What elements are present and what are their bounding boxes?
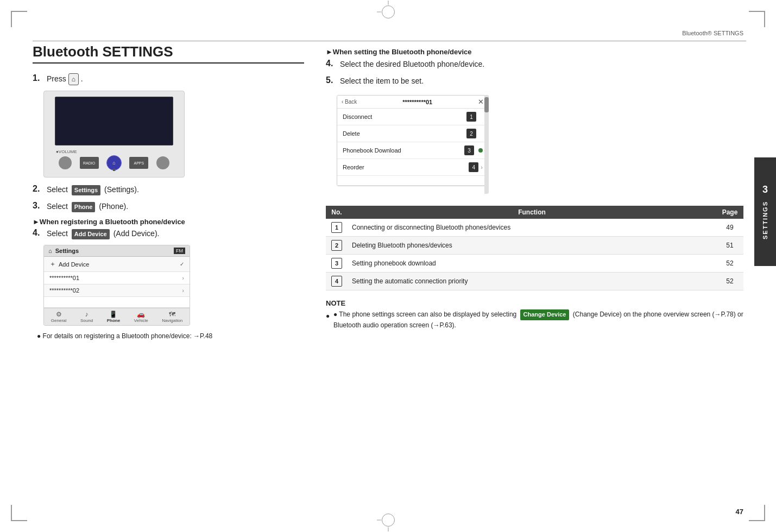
step-4-set-num: 4. (326, 59, 337, 68)
note-text: ● The phone settings screen can also be … (333, 309, 743, 331)
car-unit-screen (55, 97, 173, 145)
table-cell-num-1: 1 (326, 219, 348, 237)
step-4-set-text: Select the desired Bluetooth phone/devic… (340, 59, 484, 70)
ss-nav-general[interactable]: ⚙ General (51, 311, 66, 323)
ds-phonebook-label: Phonebook Download (343, 147, 401, 154)
table-cell-func-4: Setting the automatic connection priorit… (348, 273, 716, 290)
section-register-heading: ►When registering a Bluetooth phone/devi… (33, 218, 304, 226)
ds-chevron-4: › (481, 164, 483, 170)
step-3-num: 3. (33, 201, 43, 211)
step-1-num: 1. (33, 73, 43, 83)
ss-device-01-label: **********01 (49, 275, 79, 281)
ds-empty-row (337, 176, 488, 186)
ds-num-4: 4 (469, 162, 478, 172)
table-cell-func-1: Connecting or disconnecting Bluetooth ph… (348, 219, 716, 237)
header-divider (33, 41, 746, 41)
right-column: ►When setting the Bluetooth phone/device… (326, 43, 743, 499)
gear-icon: ⚙ (51, 311, 66, 318)
ds-delete-row[interactable]: Delete 2 (337, 125, 488, 142)
car-unit-controls: ●VOLUME RADIO ⌂ APPS ⏹ (49, 148, 179, 173)
sound-icon: ♪ (80, 311, 93, 318)
brand-label: ●VOLUME (56, 149, 77, 154)
device-screen-wrapper: ‹ Back **********01 ✕ Disconnect 1 Delet… (337, 95, 489, 194)
side-tab: 3 SETTINGS (754, 157, 776, 266)
ds-reorder-label: Reorder (343, 164, 364, 170)
table-header-no: No. (326, 206, 348, 219)
ds-header: ‹ Back **********01 ✕ (337, 96, 488, 109)
ss-add-device-row[interactable]: ＋ Add Device ✓ (44, 257, 190, 272)
knob-label: ⏹ (112, 168, 116, 172)
settings-screen-mockup: ⌂ Settings FM ＋ Add Device ✓ **********0… (43, 245, 190, 326)
step-4-reg-text: Select Add Device (Add Device). (47, 228, 159, 239)
ss-device-02-chevron: › (182, 287, 184, 294)
section-setting-heading: ►When setting the Bluetooth phone/device (326, 48, 743, 56)
ds-back-button[interactable]: ‹ Back (342, 99, 357, 105)
main-content: Bluetooth SETTINGS 1. Press ⌂ . ●VOLUME … (33, 43, 743, 499)
settings-badge: Settings (72, 185, 100, 195)
ss-add-label: Add Device (59, 261, 180, 268)
ds-reorder-row[interactable]: Reorder 4 › (337, 159, 488, 176)
ds-num-1: 1 (466, 112, 476, 122)
ds-num-2: 2 (466, 129, 476, 138)
step-4-setting: 4. Select the desired Bluetooth phone/de… (326, 59, 743, 70)
ctrl-apps: APPS (129, 157, 148, 169)
ss-header-title: ⌂ Settings (48, 248, 79, 254)
ds-disconnect-row[interactable]: Disconnect 1 (337, 109, 488, 125)
table-row: 1 Connecting or disconnecting Bluetooth … (326, 219, 743, 237)
ss-device-02-row[interactable]: **********02 › (44, 284, 190, 297)
ds-delete-label: Delete (343, 130, 360, 137)
ds-title: **********01 (402, 99, 432, 105)
center-bottom-mark (382, 514, 395, 527)
ss-device-01-row[interactable]: **********01 › (44, 272, 190, 284)
ss-add-check: ✓ (180, 261, 184, 267)
ss-nav-navigation[interactable]: 🗺 Navigation (162, 311, 182, 323)
ctrl-vol-knob (59, 156, 72, 169)
ss-device-02-label: **********02 (49, 287, 79, 294)
bullet-note-p48: ● For details on registering a Bluetooth… (37, 331, 304, 341)
corner-mark-tl (11, 11, 27, 27)
device-screen-mockup: ‹ Back **********01 ✕ Disconnect 1 Delet… (337, 95, 489, 186)
table-row: 3 Setting phonebook download 52 (326, 255, 743, 273)
table-cell-num-4: 4 (326, 273, 348, 290)
table-header-page: Page (716, 206, 743, 219)
ss-nav-sound[interactable]: ♪ Sound (80, 311, 93, 323)
phone-icon: 📱 (107, 311, 120, 318)
ss-header: ⌂ Settings FM (44, 245, 190, 257)
ss-nav-vehicle[interactable]: 🚗 Vehicle (134, 311, 148, 323)
ds-num-3: 3 (464, 145, 474, 155)
corner-mark-br (749, 505, 765, 521)
car-unit-image: ●VOLUME RADIO ⌂ APPS ⏹ (43, 91, 185, 178)
step-2: 2. Select Settings (Settings). (33, 184, 304, 195)
side-tab-label: SETTINGS (762, 201, 768, 239)
side-tab-number: 3 (762, 184, 768, 195)
page-header: Bluetooth® SETTINGS (682, 30, 743, 36)
vehicle-icon: 🚗 (134, 311, 148, 318)
ds-scrollbar-thumb[interactable] (484, 97, 489, 112)
step-2-num: 2. (33, 184, 43, 194)
note-bullet: ● ● The phone settings screen can also b… (326, 309, 743, 331)
center-top-mark (382, 5, 395, 18)
ss-nav-phone[interactable]: 📱 Phone (107, 311, 120, 323)
table-cell-page-3: 52 (716, 255, 743, 273)
navigation-icon: 🗺 (162, 311, 182, 318)
ss-empty-row (44, 297, 190, 308)
function-table: No. Function Page 1 Connecting or discon… (326, 206, 743, 290)
table-row: 2 Deleting Bluetooth phones/devices 51 (326, 237, 743, 255)
step-5-set-num: 5. (326, 75, 337, 85)
step-3-text: Select Phone (Phone). (47, 201, 128, 212)
step-4-reg-num: 4. (33, 228, 43, 238)
table-header-function: Function (348, 206, 716, 219)
page-number: 47 (736, 508, 743, 516)
step-5-setting: 5. Select the item to be set. (326, 75, 743, 87)
ctrl-radio: RADIO (80, 157, 99, 169)
ds-disconnect-label: Disconnect (343, 113, 372, 120)
ds-dot-3 (478, 148, 483, 153)
step-4-register: 4. Select Add Device (Add Device). (33, 228, 304, 239)
ds-phonebook-row[interactable]: Phonebook Download 3 (337, 142, 488, 159)
table-row: 4 Setting the automatic connection prior… (326, 273, 743, 290)
phone-badge: Phone (72, 202, 96, 212)
ds-close-button[interactable]: ✕ (478, 98, 484, 106)
step-1-text: Press ⌂ . (47, 73, 83, 85)
step-1: 1. Press ⌂ . (33, 73, 304, 85)
ss-fm-badge: FM (174, 248, 185, 254)
